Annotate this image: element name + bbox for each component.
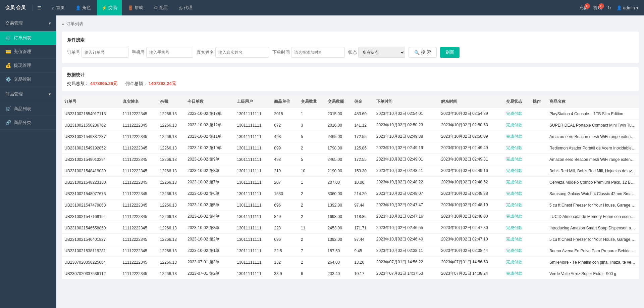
time-field-label: 下单时间 <box>272 49 290 55</box>
product-cell: Samsung Galaxy Watch 4 Classic 42mm Smar… <box>547 188 639 200</box>
data-cell-6: 11 <box>298 222 325 234</box>
op-cell[interactable] <box>530 177 547 188</box>
sidebar-group-product: 商品管理 ▾ 🛒 商品列表 🔗 商品分类 <box>0 86 56 130</box>
data-cell-5: 696 <box>271 234 298 245</box>
sidebar-item-product-category-label: 商品分类 <box>14 120 31 126</box>
name-input[interactable] <box>215 47 269 58</box>
table-row: UB23100215482231501111222234512266.13202… <box>62 177 639 188</box>
sidebar-item-trade-control[interactable]: ⚙️ 交易控制 <box>0 73 56 86</box>
sidebar-group-product-chevron: ▾ <box>49 92 51 97</box>
status-select[interactable]: 所有状态 完成付款 待付款 <box>358 47 405 58</box>
data-cell-6: 2 <box>298 142 325 154</box>
sidebar-group-product-header[interactable]: 商品管理 ▾ <box>0 86 56 102</box>
sidebar-group-transaction: 交易管理 ▾ 🛒 订单列表 <box>0 15 56 45</box>
data-cell-3: 2023-10-02 第10单 <box>185 142 234 154</box>
data-cell-4: 13011111111 <box>234 154 271 165</box>
search-button[interactable]: 🔍 搜 索 <box>409 47 437 58</box>
status-cell: 完成付款 <box>503 257 530 268</box>
nav-help-label: 帮助 <box>135 5 143 11</box>
table-row: UB23070203375361121111222234512266.13202… <box>62 268 639 279</box>
col-price: 商品单价 <box>271 95 298 108</box>
phone-input[interactable] <box>146 47 193 58</box>
nav-role-label: 角色 <box>82 5 91 11</box>
op-cell[interactable] <box>530 120 547 131</box>
sidebar-item-trade-control-label: 交易控制 <box>14 76 31 82</box>
op-cell[interactable] <box>530 165 547 177</box>
op-cell[interactable] <box>530 268 547 279</box>
data-cell-10: 2023年07月01日 14:38:24 <box>438 268 503 279</box>
data-cell-2: 12266.13 <box>157 165 185 177</box>
data-cell-2: 12266.13 <box>157 131 185 142</box>
op-cell[interactable] <box>530 257 547 268</box>
sidebar-item-recharge[interactable]: 💳 充值管理 <box>0 45 56 59</box>
sidebar-item-order-list[interactable]: 🛒 订单列表 <box>0 31 56 45</box>
data-cell-3: 2023-10-02 第3单 <box>185 222 234 234</box>
op-cell[interactable] <box>530 131 547 142</box>
refresh-btn[interactable]: ↻ <box>607 5 611 10</box>
data-cell-7: 2465.00 <box>325 154 352 165</box>
col-order-time: 下单时间 <box>374 95 438 108</box>
data-cell-5: 899 <box>271 142 298 154</box>
col-status: 交易状态 <box>503 95 530 108</box>
data-cell-1: 11112222345 <box>120 165 157 177</box>
time-input[interactable] <box>291 47 345 58</box>
data-cell-0: UB2310021547169194 <box>62 211 120 222</box>
table-row: UB23100215480776761111222234512266.13202… <box>62 188 639 200</box>
op-cell[interactable] <box>530 142 547 154</box>
product-cell: Amazon eero Beacon mesh WiFi range exten… <box>547 154 639 165</box>
data-cell-9: 2023年10月02日 02:49:38 <box>374 131 438 142</box>
data-cell-5: 33.9 <box>271 268 298 279</box>
op-cell[interactable] <box>530 234 547 245</box>
admin-btn[interactable]: 👤 admin ▾ <box>616 5 639 10</box>
data-cell-6: 2 <box>298 234 325 245</box>
data-cell-6: 1 <box>298 177 325 188</box>
data-cell-2: 12266.13 <box>157 268 185 279</box>
refresh-button[interactable]: 刷新 <box>440 47 460 58</box>
data-cell-0: UB2310021550236762 <box>62 120 120 131</box>
nav-agent[interactable]: ◎ 代理 <box>174 0 197 15</box>
nav-menu[interactable]: ☰ <box>33 0 46 15</box>
op-cell[interactable] <box>530 154 547 165</box>
op-cell[interactable] <box>530 245 547 257</box>
data-cell-10: 2023年10月02日 02:48:00 <box>438 211 503 222</box>
nav-config[interactable]: ⚙ 配置 <box>149 0 173 15</box>
col-commission: 佣金 <box>352 95 374 108</box>
op-cell[interactable] <box>530 211 547 222</box>
product-list-icon: 🛒 <box>5 106 11 112</box>
nav-help[interactable]: 🚪 帮助 <box>123 0 148 15</box>
data-cell-9: 2023年10月02日 02:49:01 <box>374 154 438 165</box>
data-cell-8: 172.55 <box>352 154 374 165</box>
sidebar-item-product-category[interactable]: 🔗 商品分类 <box>0 116 56 130</box>
recharge-btn[interactable]: 充值 0 <box>579 5 588 11</box>
status-cell: 完成付款 <box>503 268 530 279</box>
stat-transaction: 交易总额： 4478865.26元 <box>67 81 117 87</box>
data-cell-8: 9.45 <box>352 245 374 257</box>
data-cell-5: 22.5 <box>271 245 298 257</box>
sidebar-item-product-list[interactable]: 🛒 商品列表 <box>0 102 56 116</box>
table-row: UB23100215502367621111222234512266.13202… <box>62 120 639 131</box>
op-cell[interactable] <box>530 188 547 200</box>
table-row: UB23100215474798631111222234512266.13202… <box>62 200 639 211</box>
table-row: UB23100215465588501111222234512266.13202… <box>62 222 639 234</box>
search-field-order: 订单号 <box>67 47 128 58</box>
op-cell[interactable] <box>530 222 547 234</box>
sidebar-item-withdraw[interactable]: 💰 提现管理 <box>0 59 56 73</box>
op-cell[interactable] <box>530 200 547 211</box>
withdraw-btn[interactable]: 提现 0 <box>593 5 602 11</box>
data-cell-10: 2023年10月02日 02:47:10 <box>438 234 503 245</box>
data-cell-9: 2023年10月02日 02:48:41 <box>374 165 438 177</box>
nav-role[interactable]: 👤 角色 <box>71 0 96 15</box>
data-cell-2: 12266.13 <box>157 177 185 188</box>
data-cell-3: 2023-10-02 第2单 <box>185 234 234 245</box>
breadcrumb: » 订单列表 <box>62 21 639 27</box>
sidebar-group-transaction-header[interactable]: 交易管理 ▾ <box>0 15 56 31</box>
nav-home[interactable]: ⌂ 首页 <box>47 0 69 15</box>
data-cell-6: 5 <box>298 154 325 165</box>
op-cell[interactable] <box>530 108 547 120</box>
nav-transaction[interactable]: ⚡ 交易 <box>97 0 122 15</box>
data-cell-1: 11112222345 <box>120 211 157 222</box>
data-cell-10: 2023年10月02日 02:47:30 <box>438 222 503 234</box>
col-end-time: 解东时间 <box>438 95 503 108</box>
data-cell-4: 13011111111 <box>234 211 271 222</box>
order-input[interactable] <box>82 47 128 58</box>
